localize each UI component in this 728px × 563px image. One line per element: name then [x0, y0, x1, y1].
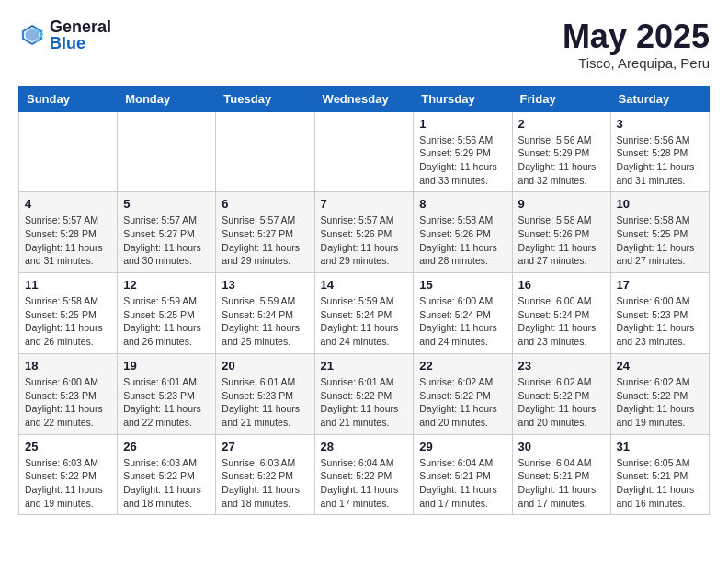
calendar-week-row: 25Sunrise: 6:03 AM Sunset: 5:22 PM Dayli…: [19, 434, 710, 515]
calendar-day-cell: 28Sunrise: 6:04 AM Sunset: 5:22 PM Dayli…: [314, 434, 414, 515]
day-number: 7: [321, 197, 408, 211]
day-number: 18: [25, 359, 111, 373]
calendar-day-cell: 29Sunrise: 6:04 AM Sunset: 5:21 PM Dayli…: [414, 434, 512, 515]
calendar-day-cell: 15Sunrise: 6:00 AM Sunset: 5:24 PM Dayli…: [414, 273, 512, 354]
day-info: Sunrise: 5:56 AM Sunset: 5:29 PM Dayligh…: [518, 133, 605, 188]
day-number: 11: [25, 278, 111, 292]
calendar-week-row: 1Sunrise: 5:56 AM Sunset: 5:29 PM Daylig…: [19, 111, 710, 192]
day-number: 19: [123, 359, 210, 373]
day-info: Sunrise: 6:04 AM Sunset: 5:21 PM Dayligh…: [419, 456, 506, 511]
day-info: Sunrise: 6:00 AM Sunset: 5:23 PM Dayligh…: [617, 294, 703, 349]
day-info: Sunrise: 5:58 AM Sunset: 5:26 PM Dayligh…: [518, 213, 605, 268]
day-of-week-header: Monday: [118, 86, 216, 111]
day-of-week-header: Saturday: [610, 86, 709, 111]
day-info: Sunrise: 5:57 AM Sunset: 5:27 PM Dayligh…: [222, 213, 308, 268]
day-info: Sunrise: 6:01 AM Sunset: 5:22 PM Dayligh…: [321, 375, 408, 430]
day-number: 29: [419, 440, 506, 454]
day-number: 24: [617, 359, 703, 373]
calendar-table: SundayMondayTuesdayWednesdayThursdayFrid…: [18, 86, 710, 516]
day-number: 22: [419, 359, 506, 373]
day-number: 14: [321, 278, 408, 292]
day-number: 23: [518, 359, 605, 373]
day-number: 6: [222, 197, 308, 211]
day-info: Sunrise: 5:57 AM Sunset: 5:26 PM Dayligh…: [321, 213, 408, 268]
day-number: 13: [222, 278, 308, 292]
day-number: 16: [518, 278, 605, 292]
day-info: Sunrise: 6:01 AM Sunset: 5:23 PM Dayligh…: [222, 375, 308, 430]
calendar-day-cell: 26Sunrise: 6:03 AM Sunset: 5:22 PM Dayli…: [118, 434, 216, 515]
day-info: Sunrise: 5:57 AM Sunset: 5:28 PM Dayligh…: [25, 213, 111, 268]
calendar-day-cell: 24Sunrise: 6:02 AM Sunset: 5:22 PM Dayli…: [610, 353, 709, 434]
day-info: Sunrise: 6:00 AM Sunset: 5:23 PM Dayligh…: [25, 375, 111, 430]
day-number: 5: [123, 197, 210, 211]
day-number: 31: [617, 440, 703, 454]
day-info: Sunrise: 5:59 AM Sunset: 5:24 PM Dayligh…: [222, 294, 308, 349]
calendar-day-cell: [314, 111, 414, 192]
calendar-day-cell: 2Sunrise: 5:56 AM Sunset: 5:29 PM Daylig…: [512, 111, 610, 192]
title-area: May 2025 Tisco, Arequipa, Peru: [563, 18, 710, 71]
day-number: 4: [25, 197, 111, 211]
day-number: 1: [419, 117, 506, 131]
calendar-day-cell: 23Sunrise: 6:02 AM Sunset: 5:22 PM Dayli…: [512, 353, 610, 434]
calendar-day-cell: 3Sunrise: 5:56 AM Sunset: 5:28 PM Daylig…: [610, 111, 709, 192]
day-number: 20: [222, 359, 308, 373]
day-info: Sunrise: 6:00 AM Sunset: 5:24 PM Dayligh…: [419, 294, 506, 349]
day-number: 9: [518, 197, 605, 211]
day-info: Sunrise: 5:58 AM Sunset: 5:25 PM Dayligh…: [25, 294, 111, 349]
calendar-day-cell: 20Sunrise: 6:01 AM Sunset: 5:23 PM Dayli…: [216, 353, 314, 434]
calendar-day-cell: 18Sunrise: 6:00 AM Sunset: 5:23 PM Dayli…: [19, 353, 118, 434]
day-number: 25: [25, 440, 111, 454]
day-info: Sunrise: 6:03 AM Sunset: 5:22 PM Dayligh…: [25, 456, 111, 511]
calendar-day-cell: 11Sunrise: 5:58 AM Sunset: 5:25 PM Dayli…: [19, 273, 118, 354]
calendar-day-cell: 4Sunrise: 5:57 AM Sunset: 5:28 PM Daylig…: [19, 192, 118, 273]
day-info: Sunrise: 6:04 AM Sunset: 5:21 PM Dayligh…: [518, 456, 605, 511]
calendar-day-cell: 17Sunrise: 6:00 AM Sunset: 5:23 PM Dayli…: [610, 273, 709, 354]
day-info: Sunrise: 6:02 AM Sunset: 5:22 PM Dayligh…: [518, 375, 605, 430]
day-of-week-header: Thursday: [414, 86, 512, 111]
calendar-day-cell: 1Sunrise: 5:56 AM Sunset: 5:29 PM Daylig…: [414, 111, 512, 192]
day-info: Sunrise: 6:03 AM Sunset: 5:22 PM Dayligh…: [123, 456, 210, 511]
day-number: 12: [123, 278, 210, 292]
calendar-day-cell: 10Sunrise: 5:58 AM Sunset: 5:25 PM Dayli…: [610, 192, 709, 273]
day-info: Sunrise: 5:59 AM Sunset: 5:24 PM Dayligh…: [321, 294, 408, 349]
calendar-day-cell: 25Sunrise: 6:03 AM Sunset: 5:22 PM Dayli…: [19, 434, 118, 515]
location-subtitle: Tisco, Arequipa, Peru: [563, 55, 710, 71]
page-header: General Blue May 2025 Tisco, Arequipa, P…: [18, 18, 710, 71]
day-number: 30: [518, 440, 605, 454]
day-info: Sunrise: 6:01 AM Sunset: 5:23 PM Dayligh…: [123, 375, 210, 430]
day-info: Sunrise: 6:05 AM Sunset: 5:21 PM Dayligh…: [617, 456, 703, 511]
day-info: Sunrise: 5:59 AM Sunset: 5:25 PM Dayligh…: [123, 294, 210, 349]
calendar-day-cell: 19Sunrise: 6:01 AM Sunset: 5:23 PM Dayli…: [118, 353, 216, 434]
day-number: 2: [518, 117, 605, 131]
calendar-week-row: 18Sunrise: 6:00 AM Sunset: 5:23 PM Dayli…: [19, 353, 710, 434]
calendar-week-row: 11Sunrise: 5:58 AM Sunset: 5:25 PM Dayli…: [19, 273, 710, 354]
calendar-day-cell: 30Sunrise: 6:04 AM Sunset: 5:21 PM Dayli…: [512, 434, 610, 515]
day-info: Sunrise: 6:02 AM Sunset: 5:22 PM Dayligh…: [617, 375, 703, 430]
calendar-day-cell: 9Sunrise: 5:58 AM Sunset: 5:26 PM Daylig…: [512, 192, 610, 273]
calendar-day-cell: 21Sunrise: 6:01 AM Sunset: 5:22 PM Dayli…: [314, 353, 414, 434]
day-number: 27: [222, 440, 308, 454]
day-info: Sunrise: 5:57 AM Sunset: 5:27 PM Dayligh…: [123, 213, 210, 268]
logo-text: General Blue: [50, 18, 111, 52]
calendar-day-cell: 8Sunrise: 5:58 AM Sunset: 5:26 PM Daylig…: [414, 192, 512, 273]
logo-blue: Blue: [50, 35, 111, 52]
day-info: Sunrise: 6:04 AM Sunset: 5:22 PM Dayligh…: [321, 456, 408, 511]
day-number: 10: [617, 197, 703, 211]
calendar-day-cell: [216, 111, 314, 192]
calendar-day-cell: [118, 111, 216, 192]
calendar-day-cell: 31Sunrise: 6:05 AM Sunset: 5:21 PM Dayli…: [610, 434, 709, 515]
calendar-day-cell: 14Sunrise: 5:59 AM Sunset: 5:24 PM Dayli…: [314, 273, 414, 354]
calendar-header-row: SundayMondayTuesdayWednesdayThursdayFrid…: [19, 86, 710, 111]
calendar-week-row: 4Sunrise: 5:57 AM Sunset: 5:28 PM Daylig…: [19, 192, 710, 273]
day-number: 8: [419, 197, 506, 211]
day-of-week-header: Wednesday: [314, 86, 414, 111]
day-info: Sunrise: 6:03 AM Sunset: 5:22 PM Dayligh…: [222, 456, 308, 511]
calendar-day-cell: 22Sunrise: 6:02 AM Sunset: 5:22 PM Dayli…: [414, 353, 512, 434]
day-number: 3: [617, 117, 703, 131]
calendar-day-cell: [19, 111, 118, 192]
day-of-week-header: Sunday: [19, 86, 118, 111]
day-info: Sunrise: 6:00 AM Sunset: 5:24 PM Dayligh…: [518, 294, 605, 349]
day-info: Sunrise: 5:58 AM Sunset: 5:25 PM Dayligh…: [617, 213, 703, 268]
day-info: Sunrise: 5:56 AM Sunset: 5:29 PM Dayligh…: [419, 133, 506, 188]
day-info: Sunrise: 6:02 AM Sunset: 5:22 PM Dayligh…: [419, 375, 506, 430]
